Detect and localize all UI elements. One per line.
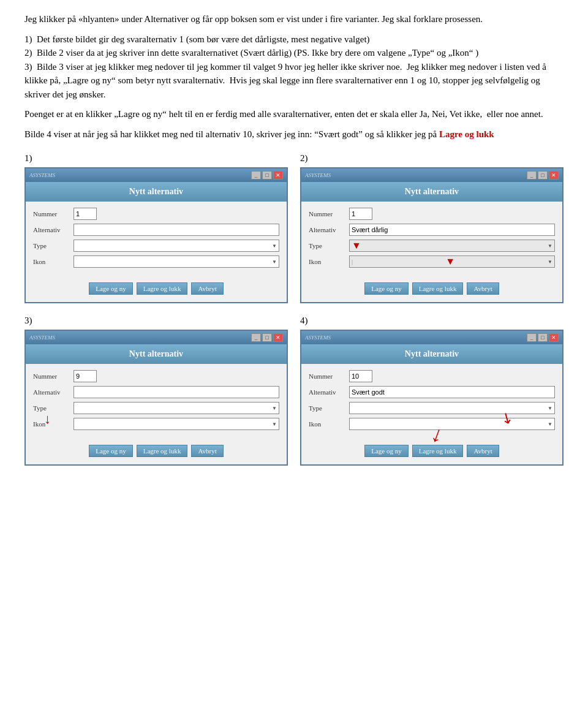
restore-btn-4[interactable]: □ — [538, 333, 548, 342]
nummer-label-4: Nummer — [309, 372, 345, 380]
type-select-1[interactable]: ▼ — [74, 240, 279, 252]
dialog-header-4: Nytt alternativ — [301, 344, 562, 364]
ikon-select-2[interactable]: | ▼ ▼ — [349, 255, 555, 268]
lagre-ny-btn-1[interactable]: Lage og ny — [89, 282, 132, 295]
minimize-btn-2[interactable]: _ — [527, 171, 537, 180]
paragraph-list: 1) Det første bildet gir deg svaralterna… — [24, 32, 564, 102]
type-red-arrow-2: ▼ — [352, 240, 361, 251]
titlebar-left-4: ASYSTEMS — [305, 335, 331, 341]
type-row-2: Type ▼ ▼ — [309, 240, 555, 252]
ikon-row-1: Ikon ▼ — [33, 255, 279, 268]
dialog-footer-2: Lage og ny Lagre og lukk Avbryt — [301, 278, 562, 302]
image-label-1: 1) — [24, 153, 288, 164]
dialog-header-1: Nytt alternativ — [26, 182, 287, 202]
image-section-4: 4) ASYSTEMS _ □ ✕ Nytt alternativ Numm — [300, 316, 564, 466]
dialog-titlebar-2: ASYSTEMS _ □ ✕ — [301, 168, 562, 182]
close-btn-1[interactable]: ✕ — [273, 171, 283, 180]
image-label-3: 3) — [24, 316, 288, 326]
alternativ-label-3: Alternativ — [33, 388, 70, 396]
titlebar-controls-2: _ □ ✕ — [527, 171, 559, 180]
red-arrow-down-3: ↓ — [44, 412, 51, 426]
close-btn-3[interactable]: ✕ — [273, 333, 283, 342]
titlebar-brand-4: ASYSTEMS — [305, 335, 331, 341]
avbryt-btn-2[interactable]: Avbryt — [467, 282, 499, 295]
lagre-ny-btn-3[interactable]: Lage og ny — [89, 445, 132, 457]
images-grid: 1) ASYSTEMS _ □ ✕ Nytt alternativ Nummer — [24, 153, 564, 466]
dialog-header-3: Nytt alternativ — [26, 344, 287, 364]
ikon-dropdown-arrow-3: ▼ — [272, 422, 277, 427]
titlebar-left-1: ASYSTEMS — [29, 172, 55, 178]
restore-btn-2[interactable]: □ — [538, 171, 548, 180]
paragraph-3: Poenget er at en klikker „Lagre og ny“ h… — [24, 107, 564, 121]
alternativ-row-3: Alternativ — [33, 386, 279, 398]
image-section-1: 1) ASYSTEMS _ □ ✕ Nytt alternativ Nummer — [24, 153, 288, 303]
dialog-titlebar-1: ASYSTEMS _ □ ✕ — [26, 168, 287, 182]
restore-btn-1[interactable]: □ — [262, 171, 272, 180]
dialog-body-3: Nummer Alternativ Type ▼ Ikon — [26, 364, 287, 440]
type-select-2[interactable]: ▼ ▼ — [349, 240, 555, 252]
alternativ-input-4[interactable] — [349, 386, 555, 398]
type-dropdown-arrow-4: ▼ — [548, 406, 552, 411]
ikon-dropdown-arrow-4: ▼ — [548, 422, 552, 427]
ikon-row-3: Ikon ▼ — [33, 418, 279, 430]
lagre-lukk-btn-1[interactable]: Lagre og lukk — [137, 282, 188, 295]
dialog-body-4: Nummer Alternativ Type ▼ Ikon — [301, 364, 562, 440]
nummer-input-1[interactable] — [74, 208, 97, 220]
alternativ-input-2[interactable] — [349, 224, 555, 236]
avbryt-btn-3[interactable]: Avbryt — [191, 445, 223, 457]
titlebar-controls-4: _ □ ✕ — [527, 333, 559, 342]
ikon-label-4: Ikon — [309, 420, 345, 428]
image-section-2: 2) ASYSTEMS _ □ ✕ Nytt alternativ Nummer — [300, 153, 564, 303]
type-label-1: Type — [33, 242, 70, 249]
avbryt-btn-4[interactable]: Avbryt — [467, 445, 499, 457]
alternativ-label-4: Alternativ — [309, 388, 345, 396]
ikon-dropdown-arrow-2: ▼ — [548, 259, 552, 265]
dialog-body-2: Nummer Alternativ Type ▼ ▼ Ikon — [301, 202, 562, 278]
dialog-window-1: ASYSTEMS _ □ ✕ Nytt alternativ Nummer Al… — [24, 167, 288, 303]
type-select-3[interactable]: ▼ — [74, 402, 279, 414]
nummer-input-2[interactable] — [349, 208, 372, 220]
avbryt-btn-1[interactable]: Avbryt — [191, 282, 223, 295]
type-label-4: Type — [309, 404, 345, 412]
ikon-select-3[interactable]: ▼ — [74, 418, 279, 430]
ikon-label-2: Ikon — [309, 258, 345, 265]
ikon-label-3: Ikon — [33, 420, 70, 428]
image-label-2: 2) — [300, 153, 564, 164]
restore-btn-3[interactable]: □ — [262, 333, 272, 342]
type-row-1: Type ▼ — [33, 240, 279, 252]
type-row-3: Type ▼ — [33, 402, 279, 414]
lagre-lukk-btn-3[interactable]: Lagre og lukk — [137, 445, 188, 457]
minimize-btn-1[interactable]: _ — [251, 171, 261, 180]
minimize-btn-4[interactable]: _ — [527, 333, 537, 342]
type-label-3: Type — [33, 404, 70, 412]
alternativ-input-1[interactable] — [74, 224, 279, 236]
nummer-label-2: Nummer — [309, 210, 345, 217]
titlebar-brand-2: ASYSTEMS — [305, 172, 331, 178]
alternativ-row-1: Alternativ — [33, 224, 279, 236]
minimize-btn-3[interactable]: _ — [251, 333, 261, 342]
alternativ-input-3[interactable] — [74, 386, 279, 398]
dialog-body-1: Nummer Alternativ Type ▼ Ikon ▼ — [26, 202, 287, 278]
ikon-select-4[interactable]: ▼ — [349, 418, 555, 430]
dialog-titlebar-4: ASYSTEMS _ □ ✕ — [301, 331, 562, 344]
nummer-row-1: Nummer — [33, 208, 279, 220]
type-select-4[interactable]: ▼ — [349, 402, 555, 414]
highlight-lagre-lukk: Lagre og lukk — [439, 129, 494, 139]
ikon-row-2: Ikon | ▼ ▼ — [309, 255, 555, 268]
close-btn-4[interactable]: ✕ — [549, 333, 559, 342]
ikon-select-1[interactable]: ▼ — [74, 255, 279, 268]
ikon-red-arrow-2: ▼ — [445, 256, 455, 267]
nummer-input-4[interactable] — [349, 370, 372, 382]
dialog-window-2: ASYSTEMS _ □ ✕ Nytt alternativ Nummer Al… — [300, 167, 564, 303]
lagre-ny-btn-2[interactable]: Lage og ny — [364, 282, 408, 295]
lagre-ny-btn-4[interactable]: Lage og ny — [364, 445, 408, 457]
nummer-row-4: Nummer — [309, 370, 555, 382]
close-btn-2[interactable]: ✕ — [549, 171, 559, 180]
nummer-label-3: Nummer — [33, 372, 70, 380]
alternativ-row-4: Alternativ — [309, 386, 555, 398]
type-dropdown-arrow-3: ▼ — [272, 406, 277, 411]
nummer-input-3[interactable] — [74, 370, 97, 382]
alternativ-label-2: Alternativ — [309, 226, 345, 233]
type-row-4: Type ▼ — [309, 402, 555, 414]
lagre-lukk-btn-2[interactable]: Lagre og lukk — [412, 282, 464, 295]
